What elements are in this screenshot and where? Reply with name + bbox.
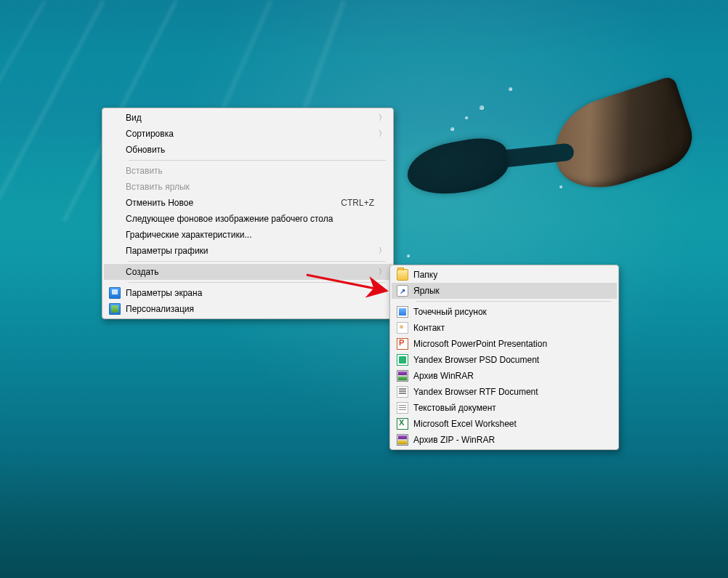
submenu-rtf-label: Yandex Browser RTF Document <box>413 387 599 397</box>
chevron-right-icon: 〉 <box>379 267 386 277</box>
text-document-icon <box>397 402 408 414</box>
submenu-bmp-label: Точечный рисунок <box>413 307 599 317</box>
personalization-icon <box>109 303 121 315</box>
light-ray <box>0 0 46 190</box>
submenu-txt-label: Текстовый документ <box>413 403 599 413</box>
powerpoint-icon <box>397 338 408 350</box>
chevron-right-icon: 〉 <box>379 129 386 139</box>
bubble <box>465 116 468 119</box>
menu-separator <box>129 282 386 283</box>
psd-icon <box>397 354 408 366</box>
folder-icon <box>397 269 408 281</box>
zip-icon <box>397 434 408 446</box>
submenu-contact[interactable]: Контакт <box>392 320 617 336</box>
bubble <box>407 254 410 257</box>
menu-separator <box>416 301 611 302</box>
bitmap-icon <box>397 306 408 318</box>
menu-refresh[interactable]: Обновить <box>104 142 392 158</box>
menu-view-label: Вид <box>126 113 374 123</box>
menu-paste-label: Вставить <box>126 166 374 176</box>
chevron-right-icon: 〉 <box>379 246 386 256</box>
contact-icon <box>397 322 408 334</box>
bubble <box>450 127 454 131</box>
menu-paste-shortcut: Вставить ярлык <box>104 179 392 195</box>
submenu-zip[interactable]: Архив ZIP - WinRAR <box>392 432 617 448</box>
submenu-shortcut[interactable]: ↗ Ярлык <box>392 283 617 299</box>
submenu-ppt-label: Microsoft PowerPoint Presentation <box>413 339 599 349</box>
menu-gfx-chars-label: Графические характеристики... <box>126 230 374 240</box>
menu-undo-label: Отменить Новое <box>126 198 326 208</box>
menu-next-background-label: Следующее фоновое изображение рабочего с… <box>126 214 374 224</box>
menu-display-label: Параметры экрана <box>126 288 374 298</box>
light-ray <box>0 0 105 233</box>
menu-paste-shortcut-label: Вставить ярлык <box>126 182 374 192</box>
menu-create-label: Создать <box>126 267 374 277</box>
menu-display-settings[interactable]: Параметры экрана <box>104 285 392 301</box>
chevron-right-icon: 〉 <box>379 113 386 123</box>
submenu-ppt[interactable]: Microsoft PowerPoint Presentation <box>392 336 617 352</box>
menu-personal-label: Персонализация <box>126 304 374 314</box>
submenu-shortcut-label: Ярлык <box>413 286 599 296</box>
submenu-zip-label: Архив ZIP - WinRAR <box>413 435 599 445</box>
create-submenu: Папку ↗ Ярлык Точечный рисунок Контакт M… <box>389 265 619 450</box>
menu-separator <box>129 160 386 161</box>
diver-body <box>403 133 512 201</box>
winrar-icon <box>397 370 408 382</box>
menu-paste: Вставить <box>104 163 392 179</box>
submenu-folder[interactable]: Папку <box>392 267 617 283</box>
submenu-folder-label: Папку <box>413 270 599 280</box>
menu-refresh-label: Обновить <box>126 145 374 155</box>
menu-undo-shortcut: CTRL+Z <box>326 198 374 208</box>
menu-sort-label: Сортировка <box>126 129 374 139</box>
shortcut-icon: ↗ <box>397 285 408 297</box>
excel-icon <box>397 418 408 430</box>
submenu-psd[interactable]: Yandex Browser PSD Document <box>392 352 617 368</box>
menu-separator <box>129 261 386 262</box>
submenu-xls[interactable]: Microsoft Excel Worksheet <box>392 416 617 432</box>
desktop-background[interactable]: Вид 〉 Сортировка 〉 Обновить Вставить Вст… <box>0 0 728 578</box>
menu-view[interactable]: Вид 〉 <box>104 110 392 126</box>
desktop-context-menu: Вид 〉 Сортировка 〉 Обновить Вставить Вст… <box>102 108 394 319</box>
menu-sort[interactable]: Сортировка 〉 <box>104 126 392 142</box>
swim-fin <box>542 76 700 201</box>
bubble <box>559 185 562 188</box>
submenu-xls-label: Microsoft Excel Worksheet <box>413 419 599 429</box>
menu-create[interactable]: Создать 〉 <box>104 264 392 280</box>
submenu-rar[interactable]: Архив WinRAR <box>392 368 617 384</box>
menu-gfx-params-label: Параметры графики <box>126 246 374 256</box>
submenu-contact-label: Контакт <box>413 323 599 333</box>
menu-graphics-params[interactable]: Параметры графики 〉 <box>104 243 392 259</box>
submenu-bmp[interactable]: Точечный рисунок <box>392 304 617 320</box>
submenu-rtf[interactable]: Yandex Browser RTF Document <box>392 384 617 400</box>
menu-next-background[interactable]: Следующее фоновое изображение рабочего с… <box>104 211 392 227</box>
rtf-icon <box>397 386 408 398</box>
menu-undo[interactable]: Отменить Новое CTRL+Z <box>104 195 392 211</box>
bubble <box>509 87 512 91</box>
submenu-txt[interactable]: Текстовый документ <box>392 400 617 416</box>
menu-graphics-characteristics[interactable]: Графические характеристики... <box>104 227 392 243</box>
menu-personalization[interactable]: Персонализация <box>104 301 392 317</box>
bubble <box>480 105 484 110</box>
submenu-rar-label: Архив WinRAR <box>413 371 599 381</box>
submenu-psd-label: Yandex Browser PSD Document <box>413 355 599 365</box>
display-settings-icon <box>109 287 121 299</box>
